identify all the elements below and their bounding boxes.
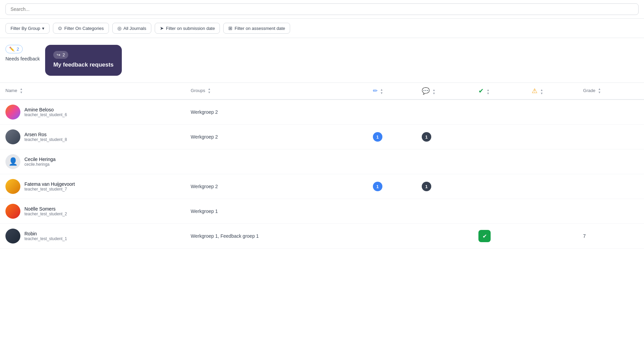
- send-icon: ➤: [160, 25, 164, 31]
- student-username: teacher_test_student_1: [24, 236, 67, 241]
- students-table-wrapper: Name ▲▼ Groups ▲▼ ✏ ▲▼ 💬 ▲▼ ✔ ▲▼: [0, 83, 644, 249]
- comment-count-badge: 1: [422, 182, 431, 191]
- edit-count-badge: 1: [373, 182, 382, 191]
- student-name-cell: Fatema van Huijgevoort teacher_test_stud…: [0, 174, 185, 199]
- filter-submission-date-button[interactable]: ➤ Filter on submission date: [155, 23, 220, 34]
- sort-groups-icon[interactable]: ▲▼: [208, 88, 211, 94]
- table-row[interactable]: Noëlle Somers teacher_test_student_2 Wer…: [0, 199, 644, 224]
- sort-grade-icon[interactable]: ▲▼: [598, 88, 601, 94]
- student-username: teacher_test_student_8: [24, 137, 67, 142]
- search-input[interactable]: [5, 3, 639, 15]
- edit-count-cell: [367, 199, 416, 224]
- avatar: [5, 229, 20, 244]
- grade-cell: [578, 174, 644, 199]
- comment-count-cell: 1: [416, 125, 473, 149]
- check-col-icon: ✔: [478, 87, 484, 95]
- table-row[interactable]: Robin teacher_test_student_1 Werkgroep 1…: [0, 224, 644, 249]
- grade-cell: 7: [578, 224, 644, 249]
- avatar: 👤: [5, 154, 20, 169]
- filter-group-label: Filter By Group: [11, 26, 40, 31]
- filter-assessment-date-button[interactable]: ⊞ Filter on assessment date: [223, 23, 290, 34]
- edit-count-badge: 1: [373, 132, 382, 142]
- sort-warning-icon[interactable]: ▲▼: [540, 89, 543, 95]
- student-username: teacher_test_student_7: [24, 187, 75, 192]
- cards-section: ✏️ 2 Needs feedback ↪ 2 My feedback requ…: [0, 38, 644, 83]
- sort-edit-icon[interactable]: ▲▼: [380, 88, 383, 95]
- comment-count-cell: [416, 224, 473, 249]
- col-name: Name ▲▼: [0, 83, 185, 100]
- categories-icon: ⊙: [58, 25, 62, 31]
- student-groups-cell: Werkgroep 2: [185, 100, 367, 125]
- check-cell: [473, 174, 526, 199]
- filter-categories-button[interactable]: ⊙ Filter On Categories: [53, 23, 109, 34]
- grade-cell: [578, 199, 644, 224]
- check-cell: [473, 125, 526, 149]
- all-journals-button[interactable]: ◎ All Journals: [112, 23, 151, 34]
- student-name-cell: Noëlle Somers teacher_test_student_2: [0, 199, 185, 224]
- col-grade: Grade ▲▼: [578, 83, 644, 100]
- avatar: [5, 179, 20, 194]
- col-comment: 💬 ▲▼: [416, 83, 473, 100]
- col-check: ✔ ▲▼: [473, 83, 526, 100]
- student-username: cecile.heringa: [24, 162, 56, 167]
- my-feedback-requests-badge: ↪ 2: [53, 51, 68, 59]
- grade-cell: [578, 149, 644, 174]
- student-groups-cell: Werkgroep 2: [185, 174, 367, 199]
- student-username: teacher_test_student_2: [24, 212, 67, 216]
- warning-cell: [526, 100, 577, 125]
- avatar: [5, 129, 20, 144]
- edit-count-cell: [367, 149, 416, 174]
- search-bar: [0, 0, 644, 19]
- sort-check-icon[interactable]: ▲▼: [487, 89, 490, 95]
- warning-cell: [526, 125, 577, 149]
- table-row[interactable]: Amine Beloso teacher_test_student_6 Werk…: [0, 100, 644, 125]
- student-name-cell: Amine Beloso teacher_test_student_6: [0, 100, 185, 125]
- edit-count-cell: [367, 100, 416, 125]
- student-name: Robin: [24, 231, 67, 236]
- edit-icon-small: ✏️: [9, 47, 15, 52]
- edit-count-cell: 1: [367, 125, 416, 149]
- warning-col-icon: ⚠: [532, 87, 537, 95]
- comment-count-cell: 1: [416, 174, 473, 199]
- filter-by-group-button[interactable]: Filter By Group ▾: [5, 23, 50, 34]
- comment-col-icon: 💬: [422, 87, 430, 95]
- grade-cell: [578, 100, 644, 125]
- table-row[interactable]: Fatema van Huijgevoort teacher_test_stud…: [0, 174, 644, 199]
- comment-count-cell: [416, 100, 473, 125]
- edit-col-icon: ✏: [373, 87, 378, 94]
- calendar-icon: ⊞: [228, 25, 232, 31]
- table-row[interactable]: 👤 Cecile Heringa cecile.heringa: [0, 149, 644, 174]
- arrow-icon: ↪: [57, 52, 60, 57]
- check-cell: [473, 199, 526, 224]
- all-journals-label: All Journals: [124, 26, 146, 31]
- sort-comment-icon[interactable]: ▲▼: [433, 89, 436, 95]
- student-name: Noëlle Somers: [24, 206, 67, 212]
- comment-count-cell: [416, 149, 473, 174]
- warning-cell: [526, 199, 577, 224]
- needs-feedback-label: Needs feedback: [5, 56, 40, 61]
- table-header-row: Name ▲▼ Groups ▲▼ ✏ ▲▼ 💬 ▲▼ ✔ ▲▼: [0, 83, 644, 100]
- needs-feedback-badge: ✏️ 2: [5, 45, 23, 53]
- check-cell: ✔: [473, 224, 526, 249]
- edit-count-cell: 1: [367, 174, 416, 199]
- student-groups-cell: Werkgroep 1: [185, 199, 367, 224]
- check-cell: [473, 100, 526, 125]
- warning-cell: [526, 149, 577, 174]
- student-name-cell: 👤 Cecile Heringa cecile.heringa: [0, 149, 185, 174]
- student-username: teacher_test_student_6: [24, 112, 67, 117]
- student-name-cell: Arsen Ros teacher_test_student_8: [0, 125, 185, 149]
- filter-bar: Filter By Group ▾ ⊙ Filter On Categories…: [0, 19, 644, 38]
- col-groups: Groups ▲▼: [185, 83, 367, 100]
- check-badge: ✔: [478, 230, 491, 242]
- comment-count-badge: 1: [422, 132, 431, 142]
- sort-name-icon[interactable]: ▲▼: [20, 88, 23, 94]
- student-name: Cecile Heringa: [24, 157, 56, 162]
- edit-count-cell: [367, 224, 416, 249]
- col-warning: ⚠ ▲▼: [526, 83, 577, 100]
- student-groups-cell: [185, 149, 367, 174]
- my-feedback-requests-card[interactable]: ↪ 2 My feedback requests: [45, 45, 122, 76]
- needs-feedback-card[interactable]: ✏️ 2 Needs feedback: [5, 45, 40, 76]
- comment-count-cell: [416, 199, 473, 224]
- avatar: [5, 105, 20, 120]
- table-row[interactable]: Arsen Ros teacher_test_student_8 Werkgro…: [0, 125, 644, 149]
